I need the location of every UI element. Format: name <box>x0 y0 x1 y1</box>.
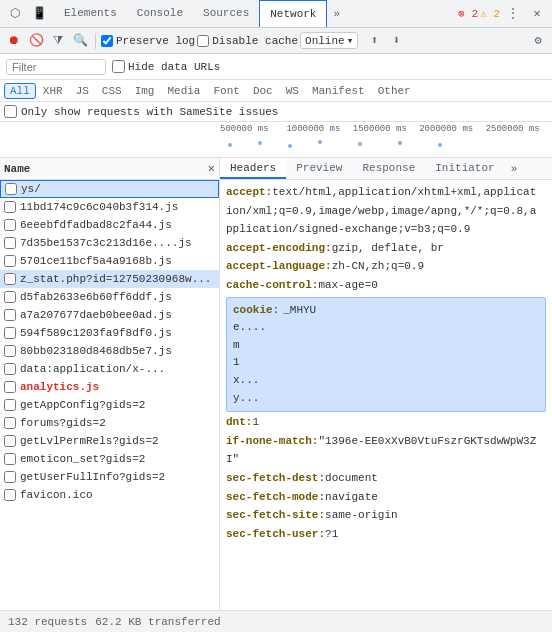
request-item-3[interactable]: 7d35be1537c3c213d16e....js <box>0 234 219 252</box>
request-item-10[interactable]: data:application/x-... <box>0 360 219 378</box>
filter-input[interactable] <box>12 61 92 73</box>
samesite-row: Only show requests with SameSite issues <box>0 102 552 122</box>
filter-input-wrap <box>6 59 106 75</box>
req-checkbox-10[interactable] <box>4 363 16 375</box>
request-item-11[interactable]: analytics.js <box>0 378 219 396</box>
req-checkbox-5[interactable] <box>4 273 16 285</box>
req-name-1: 11bd174c9c6c040b3f314.js <box>20 201 215 213</box>
req-checkbox-9[interactable] <box>4 345 16 357</box>
timeline-chart <box>220 135 552 151</box>
preserve-log-input[interactable] <box>101 35 113 47</box>
detail-tab-response[interactable]: Response <box>352 158 425 179</box>
type-filter-ws[interactable]: WS <box>280 83 305 99</box>
tab-elements[interactable]: Elements <box>54 0 127 27</box>
import-export: ⬆ ⬇ <box>364 31 406 51</box>
export-icon[interactable]: ⬇ <box>386 31 406 51</box>
details-panel: Headers Preview Response Initiator » acc… <box>220 158 552 610</box>
requests-panel-close[interactable]: ✕ <box>208 161 215 176</box>
type-filter-manifest[interactable]: Manifest <box>306 83 371 99</box>
detail-tab-initiator[interactable]: Initiator <box>425 158 504 179</box>
req-checkbox-1[interactable] <box>4 201 16 213</box>
request-item-1[interactable]: 11bd174c9c6c040b3f314.js <box>0 198 219 216</box>
request-item-15[interactable]: emoticon_set?gids=2 <box>0 450 219 468</box>
import-icon[interactable]: ⬆ <box>364 31 384 51</box>
type-filter-font[interactable]: Font <box>207 83 245 99</box>
tab-sources[interactable]: Sources <box>193 0 259 27</box>
type-filter-xhr[interactable]: XHR <box>37 83 69 99</box>
timeline-labels: 500000 ms 1000000 ms 1500000 ms 2000000 … <box>0 124 552 134</box>
req-checkbox-8[interactable] <box>4 327 16 339</box>
request-item-8[interactable]: 594f589c1203fa9f8df0.js <box>0 324 219 342</box>
disable-cache-label: Disable cache <box>212 35 298 47</box>
type-filter-img[interactable]: Img <box>129 83 161 99</box>
transferred-size: 62.2 KB transferred <box>95 616 220 628</box>
req-name-10: data:application/x-... <box>20 363 215 375</box>
type-filter-other[interactable]: Other <box>372 83 417 99</box>
request-item-7[interactable]: a7a207677daeb0bee0ad.js <box>0 306 219 324</box>
settings-icon[interactable]: ⚙ <box>528 31 548 51</box>
type-filter-media[interactable]: Media <box>161 83 206 99</box>
inspect-icon[interactable]: ⬡ <box>4 3 26 25</box>
header-accept-cont2: pplication/signed-exchange;v=b3;q=0.9 <box>226 221 546 239</box>
samesite-checkbox[interactable] <box>4 105 17 118</box>
header-val-if-none-match: "1396e-EE0xXvB0VtuFszrGKTsdwWpW3Z <box>318 433 536 451</box>
req-checkbox-17[interactable] <box>4 489 16 501</box>
record-button[interactable]: ⏺ <box>4 31 24 51</box>
type-filter-bar: All XHR JS CSS Img Media Font Doc WS Man… <box>0 80 552 102</box>
request-item-12[interactable]: getAppConfig?gids=2 <box>0 396 219 414</box>
type-filter-js[interactable]: JS <box>70 83 95 99</box>
req-checkbox-15[interactable] <box>4 453 16 465</box>
disable-cache-input[interactable] <box>197 35 209 47</box>
req-checkbox-7[interactable] <box>4 309 16 321</box>
tab-more[interactable]: » <box>327 0 346 27</box>
cookie-row-1: cookie: _MHYU <box>233 302 539 320</box>
req-checkbox-0[interactable] <box>5 183 17 195</box>
close-devtools-icon[interactable]: ✕ <box>526 3 548 25</box>
timeline-label-3: 1500000 ms <box>353 124 419 134</box>
req-checkbox-4[interactable] <box>4 255 16 267</box>
req-checkbox-3[interactable] <box>4 237 16 249</box>
req-name-17: favicon.ico <box>20 489 215 501</box>
header-sec-fetch-site: sec-fetch-site: same-origin <box>226 507 546 525</box>
warning-count: ⚠ 2 <box>480 7 500 20</box>
detail-tab-preview[interactable]: Preview <box>286 158 352 179</box>
req-checkbox-12[interactable] <box>4 399 16 411</box>
req-name-14: getLvlPermRels?gids=2 <box>20 435 215 447</box>
req-checkbox-6[interactable] <box>4 291 16 303</box>
request-item-5[interactable]: z_stat.php?id=12750230968w... <box>0 270 219 288</box>
request-item-16[interactable]: getUserFullInfo?gids=2 <box>0 468 219 486</box>
detail-tab-more[interactable]: » <box>505 158 524 179</box>
timeline-label-1: 500000 ms <box>220 124 286 134</box>
req-checkbox-11[interactable] <box>4 381 16 393</box>
request-item-2[interactable]: 6eeebfdfadbad8c2fa44.js <box>0 216 219 234</box>
hide-data-urls-checkbox[interactable]: Hide data URLs <box>112 60 220 73</box>
type-filter-all[interactable]: All <box>4 83 36 99</box>
device-icon[interactable]: 📱 <box>28 3 50 25</box>
request-item-6[interactable]: d5fab2633e6b60ff6ddf.js <box>0 288 219 306</box>
detail-tab-headers[interactable]: Headers <box>220 158 286 179</box>
devtools-menu-icon[interactable]: ⋮ <box>502 3 524 25</box>
hide-data-urls-input[interactable] <box>112 60 125 73</box>
throttle-select[interactable]: Online ▾ <box>300 32 358 49</box>
req-checkbox-16[interactable] <box>4 471 16 483</box>
request-item-4[interactable]: 5701ce11bcf5a4a9168b.js <box>0 252 219 270</box>
disable-cache-checkbox[interactable]: Disable cache <box>197 35 298 47</box>
request-item-17[interactable]: favicon.ico <box>0 486 219 504</box>
preserve-log-checkbox[interactable]: Preserve log <box>101 35 195 47</box>
request-item-0[interactable]: ys/ <box>0 180 219 198</box>
request-item-14[interactable]: getLvlPermRels?gids=2 <box>0 432 219 450</box>
tab-console[interactable]: Console <box>127 0 193 27</box>
header-key-dnt: dnt: <box>226 414 252 432</box>
req-checkbox-2[interactable] <box>4 219 16 231</box>
tab-network[interactable]: Network <box>259 0 327 27</box>
search-icon[interactable]: 🔍 <box>70 31 90 51</box>
header-cache-control: cache-control: max-age=0 <box>226 277 546 295</box>
filter-icon[interactable]: ⧩ <box>48 31 68 51</box>
req-checkbox-14[interactable] <box>4 435 16 447</box>
clear-button[interactable]: 🚫 <box>26 31 46 51</box>
type-filter-css[interactable]: CSS <box>96 83 128 99</box>
request-item-13[interactable]: forums?gids=2 <box>0 414 219 432</box>
req-checkbox-13[interactable] <box>4 417 16 429</box>
request-item-9[interactable]: 80bb023180d8468db5e7.js <box>0 342 219 360</box>
type-filter-doc[interactable]: Doc <box>247 83 279 99</box>
